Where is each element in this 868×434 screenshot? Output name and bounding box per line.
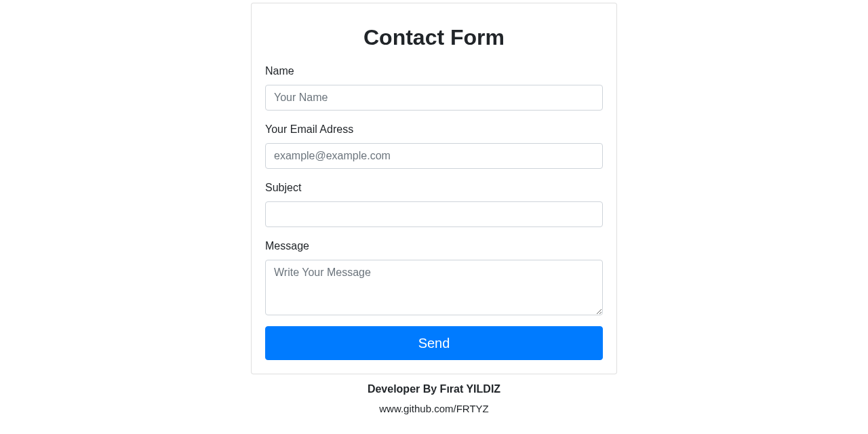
message-label: Message bbox=[265, 238, 309, 254]
name-input[interactable] bbox=[265, 85, 603, 111]
subject-input[interactable] bbox=[265, 201, 603, 227]
form-title: Contact Form bbox=[265, 21, 603, 54]
send-button[interactable]: Send bbox=[265, 326, 603, 360]
card-body: Contact Form Name Your Email Adress Subj… bbox=[252, 3, 616, 374]
footer: Developer By Fırat YILDIZ www.github.com… bbox=[251, 374, 617, 417]
page-container: Contact Form Name Your Email Adress Subj… bbox=[251, 3, 617, 417]
email-group: Your Email Adress bbox=[265, 121, 603, 169]
contact-form: Name Your Email Adress Subject Message S… bbox=[265, 63, 603, 360]
message-group: Message bbox=[265, 238, 603, 315]
message-textarea[interactable] bbox=[265, 260, 603, 315]
name-group: Name bbox=[265, 63, 603, 111]
name-label: Name bbox=[265, 63, 294, 79]
email-label: Your Email Adress bbox=[265, 121, 353, 138]
subject-label: Subject bbox=[265, 180, 301, 196]
github-link[interactable]: www.github.com/FRTYZ bbox=[251, 401, 617, 417]
contact-form-card: Contact Form Name Your Email Adress Subj… bbox=[251, 3, 617, 374]
email-input[interactable] bbox=[265, 143, 603, 169]
developer-credit: Developer By Fırat YILDIZ bbox=[251, 381, 617, 397]
subject-group: Subject bbox=[265, 180, 603, 227]
